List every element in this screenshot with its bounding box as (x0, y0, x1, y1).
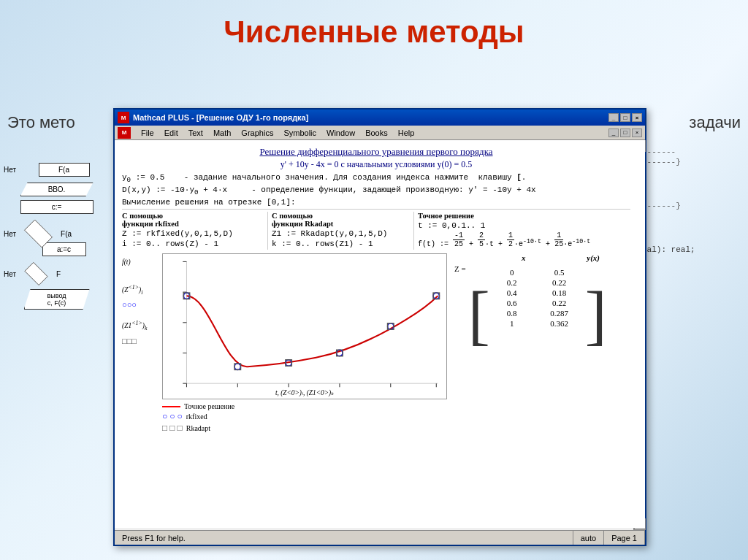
cell-x-5: 1 (494, 319, 530, 328)
col-left-label: С помощьюфункции rkfixed (122, 212, 264, 228)
menu-help[interactable]: Help (394, 127, 419, 139)
cell-y-5: 0.362 (538, 319, 581, 328)
code-line-3: ; (642, 168, 744, 177)
code-line-6: eal): real; (642, 245, 744, 254)
col-rkadapt: С помощьюфункции Rkadapt Z1 := Rkadapt(y… (268, 212, 414, 250)
code-spacer-2 (642, 222, 744, 244)
y-label-dots2: □□□ (122, 335, 162, 348)
window-titlebar: M Mathcad PLUS - [Решение ОДУ 1-го поряд… (115, 110, 645, 126)
col-exact: Точное решение t := 0,0.1.. 1 f(t) := -1… (414, 212, 630, 250)
window-controls[interactable]: _ □ × (608, 113, 642, 122)
legend-exact: Точное решение (162, 402, 447, 410)
flow-box-fa: F(a (39, 163, 90, 177)
chart-legend: Точное решение ○ ○ ○ rkfixed □ □ □ Rkada… (162, 402, 447, 434)
flow-label-fa2: F(a (61, 230, 72, 238)
menu-window[interactable]: Window (322, 127, 359, 139)
menu-edit[interactable]: Edit (160, 127, 183, 139)
menu-math[interactable]: Math (209, 127, 235, 139)
cell-y-0: 0.5 (538, 268, 581, 277)
mathcad-window: M Mathcad PLUS - [Решение ОДУ 1-го поряд… (113, 108, 646, 546)
formula-ft: f(t) := -125 + 25·t + 12·e-10·t + 125·e-… (418, 231, 630, 248)
three-column-section: С помощьюфункции rkfixed Z := rkfixed(y,… (122, 209, 630, 250)
cell-x-0: 0 (494, 268, 530, 277)
inner-minimize[interactable]: _ (608, 129, 619, 137)
menu-app-icon: M (118, 127, 131, 139)
chart-with-ylabels: f(t) (Z<1>)i ○○○ (Z1<1>)k □□□ (122, 253, 447, 399)
menu-graphics[interactable]: Graphics (237, 127, 278, 139)
app-icon: M (118, 112, 129, 123)
cell-x-2: 0.4 (494, 288, 530, 297)
code-line-7: ; (642, 256, 744, 264)
matrix-values: 0 0.5 0.2 0.22 0.4 0.18 0.6 0.22 0.8 0.2… (490, 264, 585, 331)
inner-close[interactable]: × (632, 129, 642, 137)
content-main-title: Решение дифференциального уравнения перв… (122, 146, 630, 158)
flow-label-net1: Нет (4, 166, 16, 174)
matrix-label-z: Z = (454, 264, 466, 273)
flow-box-output: выводc, F(c) (24, 289, 90, 310)
close-button[interactable]: × (632, 113, 642, 122)
col-rkfixed: С помощьюфункции rkfixed Z := rkfixed(y,… (122, 212, 268, 250)
flow-label-net3: Нет (4, 270, 16, 278)
cell-y-4: 0.287 (538, 309, 581, 318)
status-mode: auto (573, 531, 604, 545)
y-label-z1: (Z<1>)i (122, 283, 162, 298)
maximize-button[interactable]: □ (620, 113, 630, 122)
app-icon-label: M (121, 115, 126, 121)
minimize-button[interactable]: _ (608, 113, 619, 122)
y-label-ft: f(t) (122, 257, 162, 268)
formula-k: k := 0.. rows(Z1) - 1 (272, 239, 410, 248)
legend-rkfixed: ○ ○ ○ rkfixed (162, 411, 447, 422)
col-yx-header: y(x) (587, 253, 600, 262)
matrix-bracket-left: [ (468, 264, 490, 367)
code-line-4: -------} (642, 202, 744, 210)
formula-D: D(x,y) := -10·y0 + 4·x - определение фун… (122, 185, 630, 196)
chart-with-legend: f(t) (Z<1>)i ○○○ (Z1<1>)k □□□ (122, 253, 447, 434)
code-line-1: ------- (642, 147, 744, 156)
cell-y-3: 0.22 (538, 299, 581, 307)
content-area: Решение дифференциального уравнения перв… (115, 140, 645, 528)
menu-file[interactable]: File (137, 127, 159, 139)
flow-label-net2: Нет (4, 230, 16, 238)
cell-x-4: 0.8 (494, 309, 530, 318)
legend-rkadapt: □ □ □ Rkadapt (162, 423, 447, 434)
table-header: x y(x) (454, 253, 630, 262)
menu-symbolic[interactable]: Symbolic (279, 127, 321, 139)
cell-y-1: 0.22 (538, 278, 581, 287)
cell-x-3: 0.6 (494, 299, 530, 307)
formula-i: i := 0.. rows(Z) - 1 (122, 239, 264, 248)
chart-y-labels: f(t) (Z<1>)i ○○○ (Z1<1>)k □□□ (122, 253, 162, 399)
code-spacer-1 (642, 178, 744, 200)
left-flowchart: Нет F(a ВВО. c:= Нет F(a a:=c Нет F выво… (4, 153, 110, 312)
y-label-z11: (Z1<1>)k (122, 319, 162, 334)
status-help-text: Press F1 for help. (122, 534, 186, 542)
status-mode-text: auto (581, 534, 596, 542)
bg-text-left: Это мето (7, 113, 75, 132)
flow-diamond2 (20, 262, 53, 285)
title-area: Численные методы (0, 0, 748, 57)
svg-text:t, (Z<0>)ᵢ, (Z1<0>)ₖ: t, (Z<0>)ᵢ, (Z1<0>)ₖ (275, 389, 335, 397)
cell-y-2: 0.18 (538, 288, 581, 297)
legend-exact-label: Точное решение (184, 402, 234, 410)
status-page: Page 1 (604, 531, 645, 545)
data-matrix: Z = [ 0 0.5 0.2 0.22 0.4 0.18 0.6 0.22 0… (454, 264, 630, 367)
status-help: Press F1 for help. (115, 531, 573, 545)
y-label-dots1: ○○○ (122, 299, 162, 312)
col-x-header: x (522, 253, 526, 262)
content-subtitle: y' + 10y - 4x = 0 с начальными условиями… (122, 159, 630, 170)
status-bar: Press F1 for help. auto Page 1 (115, 530, 645, 545)
menu-books[interactable]: Books (361, 127, 392, 139)
inner-window-controls[interactable]: _ □ × (608, 129, 642, 137)
legend-sq-dots: □ □ □ (162, 423, 183, 434)
formula-y0: y0 := 0.5 - задание начального значения.… (122, 173, 630, 184)
chart-container: t, (Z<0>)ᵢ, (Z1<0>)ₖ (162, 253, 447, 399)
menu-text[interactable]: Text (184, 127, 207, 139)
matrix-bracket-right: ] (585, 264, 607, 367)
svg-rect-0 (164, 254, 446, 399)
formula-interval: Вычисление решения на отрезке [0,1]: (122, 198, 630, 207)
legend-rkfixed-label: rkfixed (186, 413, 207, 421)
col-right-label: Точное решение (418, 212, 630, 220)
legend-rkadapt-label: Rkadapt (186, 424, 210, 432)
flow-label-f3: F (56, 270, 61, 278)
code-line-5: ; (642, 212, 744, 220)
inner-maximize[interactable]: □ (620, 129, 630, 137)
